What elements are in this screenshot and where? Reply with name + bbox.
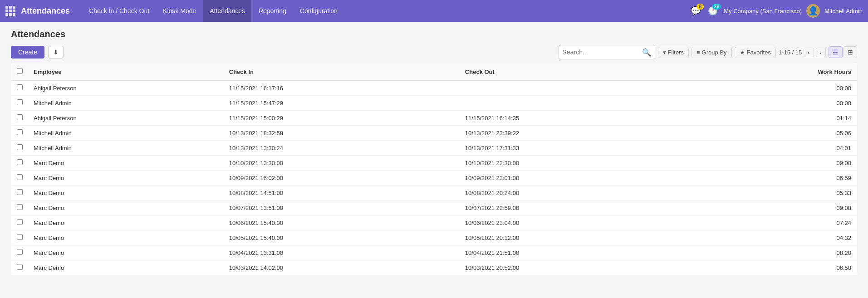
apps-menu-button[interactable] bbox=[5, 6, 15, 16]
row-checkbox[interactable] bbox=[17, 159, 23, 165]
download-button[interactable]: ⬇ bbox=[48, 46, 64, 59]
row-checkbox[interactable] bbox=[17, 84, 23, 90]
checkout-cell: 10/03/2021 20:52:00 bbox=[460, 260, 696, 275]
checkout-cell bbox=[460, 96, 696, 111]
menu-check-in-check-out[interactable]: Check In / Check Out bbox=[83, 0, 156, 22]
pagination-next[interactable]: › bbox=[816, 48, 826, 57]
employee-column-header[interactable]: Employee bbox=[28, 64, 224, 81]
row-checkbox[interactable] bbox=[17, 264, 23, 270]
menu-configuration[interactable]: Configuration bbox=[294, 0, 344, 22]
row-checkbox-cell bbox=[11, 80, 29, 96]
row-checkbox[interactable] bbox=[17, 114, 23, 120]
table-row[interactable]: Marc Demo 10/03/2021 14:02:00 10/03/2021… bbox=[11, 260, 857, 275]
checkout-cell: 10/13/2021 23:39:22 bbox=[460, 126, 696, 141]
row-checkbox[interactable] bbox=[17, 144, 23, 150]
row-checkbox[interactable] bbox=[17, 249, 23, 255]
top-controls: Create ⬇ 🔍 ▾ Filters ≡ Group By ★ Favori… bbox=[11, 45, 857, 59]
create-button[interactable]: Create bbox=[11, 46, 44, 59]
chat-notification[interactable]: 💬 8 bbox=[689, 5, 702, 17]
favorites-icon: ★ bbox=[740, 49, 745, 56]
menu-attendances[interactable]: Attendances bbox=[203, 0, 251, 22]
table-row[interactable]: Marc Demo 10/09/2021 16:02:00 10/09/2021… bbox=[11, 171, 857, 186]
row-checkbox[interactable] bbox=[17, 234, 23, 240]
checkout-cell: 10/13/2021 17:31:33 bbox=[460, 141, 696, 156]
row-checkbox-cell bbox=[11, 186, 29, 200]
checkin-cell: 10/09/2021 16:02:00 bbox=[224, 171, 460, 186]
row-checkbox[interactable] bbox=[17, 204, 23, 210]
checkin-cell: 10/07/2021 13:51:00 bbox=[224, 200, 460, 215]
table-row[interactable]: Abigail Peterson 11/15/2021 15:00:29 11/… bbox=[11, 111, 857, 126]
employee-cell: Abigail Peterson bbox=[28, 80, 224, 96]
workhours-cell: 04:32 bbox=[696, 230, 857, 245]
employee-cell: Mitchell Admin bbox=[28, 141, 224, 156]
table-row[interactable]: Mitchell Admin 10/13/2021 18:32:58 10/13… bbox=[11, 126, 857, 141]
groupby-button[interactable]: ≡ Group By bbox=[691, 47, 732, 58]
row-checkbox-cell bbox=[11, 215, 29, 230]
select-all-checkbox[interactable] bbox=[17, 68, 23, 74]
checkin-cell: 10/04/2021 13:31:00 bbox=[224, 245, 460, 260]
workhours-cell: 01:14 bbox=[696, 111, 857, 126]
row-checkbox[interactable] bbox=[17, 129, 23, 135]
search-bar: 🔍 bbox=[559, 45, 655, 59]
search-icon[interactable]: 🔍 bbox=[642, 48, 651, 57]
table-row[interactable]: Mitchell Admin 11/15/2021 15:47:29 00:00 bbox=[11, 96, 857, 111]
row-checkbox[interactable] bbox=[17, 99, 23, 105]
table-row[interactable]: Abigail Peterson 11/15/2021 16:17:16 00:… bbox=[11, 80, 857, 96]
activity-badge: 20 bbox=[712, 4, 721, 10]
filters-label: Filters bbox=[668, 49, 684, 56]
user-avatar[interactable]: 👤 bbox=[806, 4, 820, 18]
menu-kiosk-mode[interactable]: Kiosk Mode bbox=[157, 0, 202, 22]
workhours-cell: 00:00 bbox=[696, 80, 857, 96]
employee-cell: Marc Demo bbox=[28, 260, 224, 275]
workhours-column-header[interactable]: Work Hours bbox=[696, 64, 857, 81]
controls-right: 🔍 ▾ Filters ≡ Group By ★ Favorites 1-15 … bbox=[559, 45, 857, 59]
list-view-button[interactable]: ☰ bbox=[829, 46, 843, 58]
pagination-prev[interactable]: ‹ bbox=[804, 48, 814, 57]
employee-cell: Mitchell Admin bbox=[28, 96, 224, 111]
checkin-column-header[interactable]: Check In bbox=[224, 64, 460, 81]
workhours-cell: 04:01 bbox=[696, 141, 857, 156]
workhours-cell: 08:20 bbox=[696, 245, 857, 260]
row-checkbox[interactable] bbox=[17, 189, 23, 195]
checkin-cell: 10/08/2021 14:51:00 bbox=[224, 186, 460, 200]
row-checkbox-cell bbox=[11, 171, 29, 186]
workhours-cell: 06:59 bbox=[696, 171, 857, 186]
row-checkbox[interactable] bbox=[17, 219, 23, 225]
search-input[interactable] bbox=[563, 49, 642, 56]
page-content: Attendances Create ⬇ 🔍 ▾ Filters ≡ Group… bbox=[0, 22, 868, 283]
table-row[interactable]: Marc Demo 10/08/2021 14:51:00 10/08/2021… bbox=[11, 186, 857, 200]
grid-view-button[interactable]: ⊞ bbox=[843, 46, 857, 58]
employee-cell: Marc Demo bbox=[28, 245, 224, 260]
table-row[interactable]: Marc Demo 10/05/2021 15:40:00 10/05/2021… bbox=[11, 230, 857, 245]
page-title: Attendances bbox=[11, 29, 857, 39]
employee-cell: Marc Demo bbox=[28, 200, 224, 215]
row-checkbox-cell bbox=[11, 126, 29, 141]
table-row[interactable]: Marc Demo 10/06/2021 15:40:00 10/06/2021… bbox=[11, 215, 857, 230]
row-checkbox-cell bbox=[11, 260, 29, 275]
checkin-cell: 10/10/2021 13:30:00 bbox=[224, 156, 460, 171]
top-navigation: Attendances Check In / Check Out Kiosk M… bbox=[0, 0, 868, 22]
table-row[interactable]: Marc Demo 10/07/2021 13:51:00 10/07/2021… bbox=[11, 200, 857, 215]
filters-button[interactable]: ▾ Filters bbox=[658, 47, 689, 58]
workhours-cell: 05:33 bbox=[696, 186, 857, 200]
employee-cell: Abigail Peterson bbox=[28, 111, 224, 126]
row-checkbox[interactable] bbox=[17, 174, 23, 180]
checkin-cell: 11/15/2021 15:47:29 bbox=[224, 96, 460, 111]
checkout-cell: 10/06/2021 23:04:00 bbox=[460, 215, 696, 230]
groupby-label: Group By bbox=[702, 49, 727, 56]
checkout-cell: 10/05/2021 20:12:00 bbox=[460, 230, 696, 245]
table-row[interactable]: Marc Demo 10/04/2021 13:31:00 10/04/2021… bbox=[11, 245, 857, 260]
workhours-cell: 09:08 bbox=[696, 200, 857, 215]
table-row[interactable]: Mitchell Admin 10/13/2021 13:30:24 10/13… bbox=[11, 141, 857, 156]
topnav-right: 💬 8 🕐 20 My Company (San Francisco) 👤 Mi… bbox=[689, 4, 863, 18]
menu-reporting[interactable]: Reporting bbox=[252, 0, 293, 22]
activity-notification[interactable]: 🕐 20 bbox=[706, 5, 719, 17]
favorites-button[interactable]: ★ Favorites bbox=[735, 47, 776, 58]
checkout-column-header[interactable]: Check Out bbox=[460, 64, 696, 81]
checkin-cell: 11/15/2021 16:17:16 bbox=[224, 80, 460, 96]
pagination-info: 1-15 / 15 ‹ › bbox=[779, 48, 826, 57]
table-row[interactable]: Marc Demo 10/10/2021 13:30:00 10/10/2021… bbox=[11, 156, 857, 171]
checkout-cell: 10/10/2021 22:30:00 bbox=[460, 156, 696, 171]
checkout-cell bbox=[460, 80, 696, 96]
groupby-icon: ≡ bbox=[696, 49, 700, 56]
